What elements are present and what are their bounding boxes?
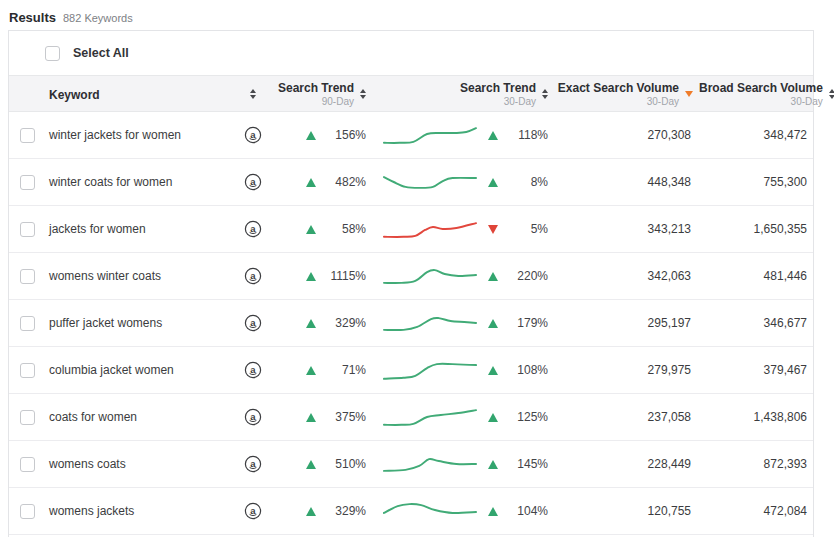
search-trend-sparkline xyxy=(382,168,478,196)
trend-up-icon xyxy=(306,319,316,328)
amazon-a-icon[interactable]: a xyxy=(243,172,263,192)
search-trend-sparkline xyxy=(382,403,478,431)
sort-toggle-icon[interactable] xyxy=(360,89,366,99)
column-header-keyword[interactable]: Keyword xyxy=(49,85,229,103)
column-header-search-trend-30[interactable]: Search Trend 30-Day xyxy=(487,81,554,107)
exact-search-volume-value: 120,755 xyxy=(554,504,699,518)
keyword-cell: womens coats xyxy=(49,450,229,478)
trend-30-value: 108% xyxy=(506,363,548,377)
amazon-a-icon[interactable]: a xyxy=(243,454,263,474)
row-checkbox[interactable] xyxy=(20,316,35,331)
keyword-cell: columbia jacket women xyxy=(49,356,229,384)
amazon-a-icon[interactable]: a xyxy=(243,407,263,427)
search-trend-sparkline xyxy=(382,215,478,243)
keyword-text[interactable]: columbia jacket women xyxy=(49,356,185,384)
marketplace-cell: a xyxy=(229,172,277,192)
trend-90-cell: 156% xyxy=(277,128,372,142)
row-checkbox[interactable] xyxy=(20,457,35,472)
select-all-checkbox[interactable] xyxy=(45,46,60,61)
column-header-exact-search-volume[interactable]: Exact Search Volume 30-Day xyxy=(554,81,699,107)
amazon-a-icon[interactable]: a xyxy=(243,313,263,333)
select-all-label: Select All xyxy=(73,46,129,60)
keyword-cell: womens jackets xyxy=(49,497,229,525)
sort-toggle-icon[interactable] xyxy=(542,89,548,99)
trend-30-cell: 220% xyxy=(487,269,554,283)
broad-search-volume-value: 472,084 xyxy=(699,504,813,518)
row-checkbox[interactable] xyxy=(20,504,35,519)
keyword-text[interactable]: womens winter coats xyxy=(49,262,185,290)
svg-text:a: a xyxy=(250,270,256,281)
row-checkbox[interactable] xyxy=(20,363,35,378)
trend-30-value: 145% xyxy=(506,457,548,471)
broad-search-volume-value: 755,300 xyxy=(699,175,813,189)
keyword-text[interactable]: womens jackets xyxy=(49,497,185,525)
column-header-broad-search-volume[interactable]: Broad Search Volume 30-Day xyxy=(699,81,834,107)
sort-descending-icon[interactable] xyxy=(685,91,693,97)
row-checkbox[interactable] xyxy=(20,175,35,190)
keyword-text[interactable]: jackets for women xyxy=(49,215,185,243)
sort-toggle-icon[interactable] xyxy=(829,89,834,99)
table-row: columbia jacket women a 71% 108% 279,975… xyxy=(9,347,813,394)
svg-text:a: a xyxy=(250,505,256,516)
exact-search-volume-value: 270,308 xyxy=(554,128,699,142)
amazon-a-icon[interactable]: a xyxy=(243,360,263,380)
trend-30-value: 179% xyxy=(506,316,548,330)
sparkline-cell xyxy=(372,356,487,384)
amazon-a-icon[interactable]: a xyxy=(243,266,263,286)
trend-up-icon xyxy=(306,225,316,234)
sparkline-cell xyxy=(372,215,487,243)
column-header-search-trend-90[interactable]: Search Trend 90-Day xyxy=(277,81,372,107)
sort-toggle-icon[interactable] xyxy=(250,89,256,99)
row-checkbox-cell xyxy=(9,457,49,472)
keyword-cell: coats for women xyxy=(49,403,229,431)
broad-search-volume-value: 346,677 xyxy=(699,316,813,330)
trend-30-value: 5% xyxy=(506,222,548,236)
trend-90-cell: 375% xyxy=(277,410,372,424)
keyword-cell: puffer jacket womens xyxy=(49,309,229,337)
amazon-a-icon[interactable]: a xyxy=(243,501,263,521)
select-all-row: Select All xyxy=(9,31,813,75)
sparkline-cell xyxy=(372,450,487,478)
row-checkbox[interactable] xyxy=(20,222,35,237)
keyword-text[interactable]: winter jackets for women xyxy=(49,121,185,149)
trend-90-cell: 482% xyxy=(277,175,372,189)
trend-up-icon xyxy=(306,131,316,140)
trend-30-column-label: Search Trend xyxy=(460,81,536,95)
trend-30-cell: 145% xyxy=(487,457,554,471)
amazon-a-icon[interactable]: a xyxy=(243,125,263,145)
keyword-text[interactable]: womens coats xyxy=(49,450,185,478)
marketplace-cell: a xyxy=(229,454,277,474)
trend-30-cell: 125% xyxy=(487,410,554,424)
trend-up-icon xyxy=(306,272,316,281)
trend-30-cell: 179% xyxy=(487,316,554,330)
trend-up-icon xyxy=(306,366,316,375)
trend-up-icon xyxy=(488,178,498,187)
sparkline-cell xyxy=(372,168,487,196)
broad-search-volume-value: 1,650,355 xyxy=(699,222,813,236)
marketplace-cell: a xyxy=(229,219,277,239)
exact-search-volume-value: 228,449 xyxy=(554,457,699,471)
keyword-text[interactable]: coats for women xyxy=(49,403,185,431)
trend-up-icon xyxy=(306,460,316,469)
row-checkbox[interactable] xyxy=(20,269,35,284)
search-trend-sparkline xyxy=(382,356,478,384)
keyword-cell: winter coats for women xyxy=(49,168,229,196)
keyword-text[interactable]: winter coats for women xyxy=(49,168,185,196)
amazon-a-icon[interactable]: a xyxy=(243,219,263,239)
keyword-results-panel: Select All Keyword Search Trend 90-Day S… xyxy=(8,30,814,537)
trend-30-cell: 5% xyxy=(487,222,554,236)
keyword-text[interactable]: puffer jacket womens xyxy=(49,309,185,337)
broad-search-volume-value: 348,472 xyxy=(699,128,813,142)
keyword-sort[interactable] xyxy=(229,89,277,99)
trend-90-cell: 329% xyxy=(277,504,372,518)
row-checkbox[interactable] xyxy=(20,410,35,425)
exact-volume-column-sublabel: 30-Day xyxy=(647,96,679,107)
row-checkbox[interactable] xyxy=(20,128,35,143)
trend-90-value: 329% xyxy=(324,316,366,330)
results-title: Results xyxy=(9,10,56,25)
trend-90-cell: 58% xyxy=(277,222,372,236)
marketplace-cell: a xyxy=(229,313,277,333)
trend-90-value: 58% xyxy=(324,222,366,236)
keyword-cell: jackets for women xyxy=(49,215,229,243)
sparkline-cell xyxy=(372,262,487,290)
